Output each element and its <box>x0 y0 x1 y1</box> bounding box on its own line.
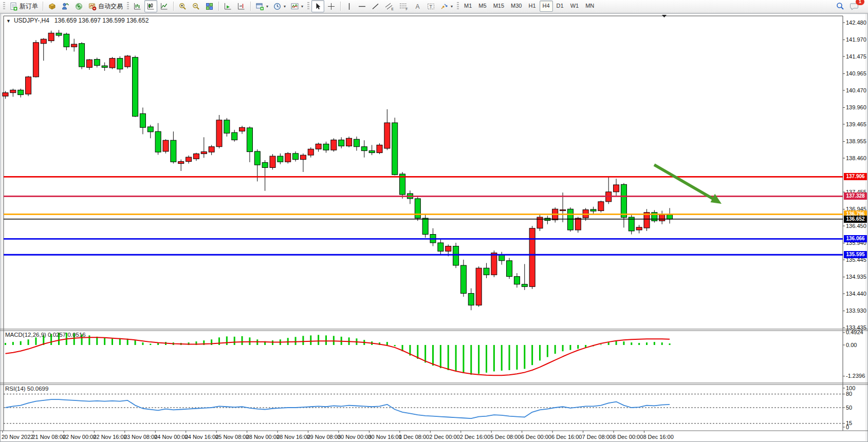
timeframe-group: M1M5M15M30H1H4D1W1MN <box>461 1 597 12</box>
crosshair-button[interactable] <box>325 0 338 12</box>
cursor-icon <box>313 2 322 11</box>
new-chart-icon <box>255 2 264 11</box>
horizontal-line-tool-button[interactable] <box>356 0 368 12</box>
zoom-in-icon <box>178 2 187 11</box>
vertical-line-icon <box>345 2 353 11</box>
timeframe-button-m1[interactable]: M1 <box>461 1 475 12</box>
cursor-button[interactable] <box>311 0 324 12</box>
vertical-line-tool-button[interactable] <box>343 0 355 12</box>
chart-title: ▼USDJPY-,H4136.659 136.697 136.599 136.6… <box>6 17 149 24</box>
strategy-tester-button[interactable] <box>59 0 72 12</box>
channel-tool-button[interactable]: E <box>382 0 396 12</box>
chart-symbol-period: USDJPY-,H4 <box>14 17 49 24</box>
toolbar-separator <box>218 2 219 11</box>
search-button[interactable] <box>834 0 847 12</box>
trendline-tool-button[interactable] <box>369 0 382 12</box>
tile-windows-icon <box>205 2 214 11</box>
timeframe-button-mn[interactable]: MN <box>582 1 597 12</box>
crosshair-icon <box>327 2 336 11</box>
indicators-icon <box>290 2 299 11</box>
auto-scroll-icon <box>224 2 232 11</box>
auto-scroll-button[interactable] <box>221 0 234 12</box>
periods-clock-icon <box>273 2 282 11</box>
dropdown-caret-icon: ▾ <box>266 4 268 9</box>
toolbar-drag-handle[interactable] <box>127 2 129 10</box>
mt4-terminal-window: 新订单 自动交易 <box>0 0 868 442</box>
new-order-button[interactable]: 新订单 <box>7 0 40 12</box>
line-chart-icon <box>160 2 169 11</box>
chart-shift-icon <box>237 2 246 11</box>
new-order-icon <box>9 2 18 11</box>
svg-text:E: E <box>392 7 394 10</box>
new-order-label: 新订单 <box>20 2 38 11</box>
timeframe-button-m30[interactable]: M30 <box>508 1 525 12</box>
zoom-out-icon <box>192 2 200 11</box>
timeframe-button-w1[interactable]: W1 <box>567 1 582 12</box>
toolbar-drag-handle[interactable] <box>457 2 459 10</box>
search-icon <box>836 2 845 11</box>
toolbar-separator <box>173 2 174 11</box>
chart-ohlc-values: 136.659 136.697 136.599 136.652 <box>54 17 149 24</box>
toolbar-drag-handle[interactable] <box>3 2 5 10</box>
timeframe-button-h4[interactable]: H4 <box>540 1 553 12</box>
bar-chart-button[interactable] <box>131 0 144 12</box>
chart-periods-button[interactable]: ▾ <box>271 0 288 12</box>
arrows-tool-button[interactable]: ▾ <box>438 0 455 12</box>
timeframe-button-m5[interactable]: M5 <box>475 1 489 12</box>
signals-button[interactable] <box>72 0 85 12</box>
svg-text:A: A <box>416 3 420 10</box>
chat-button[interactable]: 1 <box>847 0 861 12</box>
candlestick-chart-icon <box>146 2 155 11</box>
autotrading-label: 自动交易 <box>98 2 123 11</box>
market-watch-icon <box>48 2 57 11</box>
chart-shift-button[interactable] <box>235 0 248 12</box>
autotrading-icon <box>88 2 97 11</box>
price-chart-canvas[interactable] <box>0 0 868 442</box>
timeframe-button-d1[interactable]: D1 <box>553 1 567 12</box>
tile-windows-button[interactable] <box>203 0 216 12</box>
autotrading-button[interactable]: 自动交易 <box>86 0 125 12</box>
channel-icon: E <box>384 2 394 11</box>
toolbar-drag-handle[interactable] <box>307 2 309 10</box>
main-toolbar: 新订单 自动交易 <box>0 0 868 13</box>
signals-icon <box>75 2 83 11</box>
toolbar-separator <box>340 2 341 11</box>
dropdown-caret-icon: ▾ <box>284 4 286 9</box>
svg-text:T: T <box>430 4 433 9</box>
market-watch-button[interactable] <box>46 0 59 12</box>
zoom-out-button[interactable] <box>190 0 202 12</box>
zoom-in-button[interactable] <box>176 0 189 12</box>
timeframe-button-h1[interactable]: H1 <box>525 1 539 12</box>
text-icon: A <box>413 2 422 11</box>
text-tool-button[interactable]: A <box>411 0 424 12</box>
notification-badge: 1 <box>856 0 864 5</box>
arrows-icon <box>440 2 449 11</box>
fibonacci-icon: F <box>399 2 409 11</box>
horizontal-line-icon <box>358 2 366 11</box>
dropdown-caret-icon: ▾ <box>451 4 453 9</box>
new-chart-button[interactable]: ▾ <box>253 0 270 12</box>
candlestick-chart-button[interactable] <box>144 0 157 12</box>
macd-indicator-label: MACD(12,26,9) 0.0257 0.0516 <box>5 332 86 338</box>
timeframe-button-m15[interactable]: M15 <box>490 1 507 12</box>
toolbar-separator <box>250 2 251 11</box>
dropdown-caret-icon: ▾ <box>301 4 303 9</box>
text-label-icon: T <box>427 2 435 11</box>
toolbar-separator <box>43 2 43 11</box>
strategy-tester-icon <box>61 2 70 11</box>
indicators-button[interactable]: ▾ <box>288 0 305 12</box>
rsi-indicator-label: RSI(14) 50.0699 <box>5 386 48 392</box>
line-chart-button[interactable] <box>158 0 171 12</box>
bar-chart-icon <box>133 2 142 11</box>
collapse-chart-icon[interactable]: ▼ <box>6 18 11 24</box>
fibonacci-tool-button[interactable]: F <box>397 0 411 12</box>
trendline-icon <box>371 2 380 11</box>
svg-text:F: F <box>406 7 408 11</box>
text-label-tool-button[interactable]: T <box>424 0 437 12</box>
